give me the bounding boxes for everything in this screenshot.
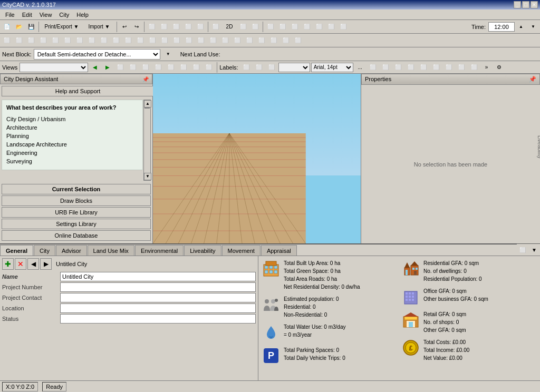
option-landscape[interactable]: Landscape Architecture bbox=[6, 140, 138, 149]
redo-button[interactable]: ↪ bbox=[131, 21, 142, 33]
lbl-btn5[interactable]: ⬜ bbox=[418, 62, 429, 73]
tool-o[interactable]: ⬜ bbox=[171, 35, 182, 46]
close-button[interactable]: ✕ bbox=[531, 1, 538, 8]
current-selection-btn[interactable]: Current Selection bbox=[2, 184, 151, 194]
scroll-up[interactable]: ▲ bbox=[144, 100, 151, 107]
labels-btn3[interactable]: ⬜ bbox=[266, 62, 277, 73]
gen-delete-btn[interactable]: ✕ bbox=[15, 258, 26, 270]
tool-u[interactable]: ⬜ bbox=[244, 35, 255, 46]
maximize-button[interactable]: □ bbox=[522, 1, 529, 8]
lbl-btn4[interactable]: ⬜ bbox=[405, 62, 417, 73]
minimize-button[interactable]: _ bbox=[514, 1, 521, 8]
tool13[interactable]: ⬜ bbox=[313, 21, 325, 33]
view-btn10[interactable]: ⬜ bbox=[203, 62, 215, 73]
tab-general[interactable]: General bbox=[0, 245, 33, 256]
undo-button[interactable]: ↩ bbox=[119, 21, 130, 33]
gen-prev-btn[interactable]: ◀ bbox=[27, 258, 39, 270]
option-architecture[interactable]: Architecture bbox=[6, 123, 138, 132]
tool15[interactable]: ⬜ bbox=[338, 21, 349, 33]
tool-n[interactable]: ⬜ bbox=[159, 35, 170, 46]
online-database-btn[interactable]: Online Database bbox=[2, 230, 151, 241]
tool6[interactable]: ⬜ bbox=[210, 21, 221, 33]
lbl-btn7[interactable]: ⬜ bbox=[443, 62, 455, 73]
view-btn9[interactable]: ⬜ bbox=[190, 62, 202, 73]
lbl-btn2[interactable]: ⬜ bbox=[380, 62, 391, 73]
bottom-expand[interactable]: ⬜ bbox=[517, 244, 528, 256]
tab-advisor[interactable]: Advisor bbox=[56, 245, 87, 256]
tool-l[interactable]: ⬜ bbox=[134, 35, 146, 46]
tool-x[interactable]: ⬜ bbox=[280, 35, 292, 46]
import-button[interactable]: Import ▼ bbox=[83, 21, 115, 33]
gen-next-btn[interactable]: ▶ bbox=[40, 258, 52, 270]
bottom-settings[interactable]: ▼ bbox=[528, 244, 540, 256]
menu-city[interactable]: City bbox=[56, 11, 72, 19]
tool2[interactable]: ⬜ bbox=[158, 21, 170, 33]
project-number-input[interactable] bbox=[60, 282, 256, 292]
tab-liveability[interactable]: Liveability bbox=[184, 245, 221, 256]
time-up[interactable]: ▲ bbox=[515, 21, 527, 33]
view-btn5[interactable]: ⬜ bbox=[140, 62, 151, 73]
menu-file[interactable]: File bbox=[2, 11, 18, 19]
new-button[interactable]: 📄 bbox=[1, 21, 13, 33]
labels-btn1[interactable]: ⬜ bbox=[240, 62, 252, 73]
tool11[interactable]: ⬜ bbox=[289, 21, 301, 33]
tool9[interactable]: ⬜ bbox=[265, 21, 276, 33]
option-surveying[interactable]: Surveying bbox=[6, 157, 138, 165]
view-btn3[interactable]: ⬜ bbox=[114, 62, 126, 73]
tool-m[interactable]: ⬜ bbox=[147, 35, 158, 46]
tool4[interactable]: ⬜ bbox=[182, 21, 194, 33]
status-input[interactable] bbox=[60, 314, 256, 324]
panel-pin[interactable]: 📌 bbox=[142, 76, 149, 82]
tool-r[interactable]: ⬜ bbox=[207, 35, 219, 46]
tool-p[interactable]: ⬜ bbox=[183, 35, 195, 46]
tool-i[interactable]: ⬜ bbox=[98, 35, 110, 46]
tool-y[interactable]: ⬜ bbox=[292, 35, 304, 46]
tool-k[interactable]: ⬜ bbox=[122, 35, 134, 46]
menu-edit[interactable]: Edit bbox=[19, 11, 35, 19]
print-export-button[interactable]: Print/Export ▼ bbox=[41, 21, 83, 33]
help-support-btn[interactable]: Help and Support bbox=[2, 86, 154, 96]
lbl-btn6[interactable]: ⬜ bbox=[430, 62, 442, 73]
view-btn2[interactable]: ▶ bbox=[102, 62, 113, 73]
lbl-btn8[interactable]: ⬜ bbox=[456, 62, 467, 73]
name-input[interactable] bbox=[60, 272, 256, 281]
tool8[interactable]: ⬜ bbox=[249, 21, 261, 33]
next-block-dropdown[interactable]: ▼ bbox=[162, 48, 174, 60]
lbl-btn1[interactable]: ⬜ bbox=[367, 62, 379, 73]
tool10[interactable]: ⬜ bbox=[277, 21, 288, 33]
tool14[interactable]: ⬜ bbox=[325, 21, 337, 33]
tool-q[interactable]: ⬜ bbox=[195, 35, 207, 46]
props-pin[interactable]: 📌 bbox=[529, 76, 536, 83]
tool-c[interactable]: ⬜ bbox=[25, 35, 37, 46]
tab-city[interactable]: City bbox=[34, 245, 55, 256]
tool-a[interactable]: ⬜ bbox=[1, 35, 13, 46]
tab-landusemix[interactable]: Land Use Mix bbox=[88, 245, 134, 256]
font-btn[interactable]: ... bbox=[354, 62, 366, 73]
urb-library-btn[interactable]: URB File Library bbox=[2, 207, 151, 218]
location-input[interactable] bbox=[60, 303, 256, 313]
tool-v[interactable]: ⬜ bbox=[256, 35, 267, 46]
tool-h[interactable]: ⬜ bbox=[86, 35, 98, 46]
view-btn8[interactable]: ⬜ bbox=[178, 62, 189, 73]
tab-environmental[interactable]: Environmental bbox=[135, 245, 184, 256]
tool12[interactable]: ⬜ bbox=[301, 21, 313, 33]
save-button[interactable]: 💾 bbox=[25, 21, 37, 33]
open-button[interactable]: 📂 bbox=[13, 21, 25, 33]
draw-blocks-btn[interactable]: Draw Blocks bbox=[2, 195, 151, 206]
tool-s[interactable]: ⬜ bbox=[219, 35, 231, 46]
project-contact-input[interactable] bbox=[60, 293, 256, 302]
font-select[interactable] bbox=[278, 63, 310, 72]
tool-d[interactable]: ⬜ bbox=[37, 35, 49, 46]
gen-add-btn[interactable]: ✚ bbox=[2, 258, 14, 270]
tab-movement[interactable]: Movement bbox=[222, 245, 261, 256]
tool5[interactable]: ⬜ bbox=[195, 21, 206, 33]
time-down[interactable]: ▼ bbox=[527, 21, 539, 33]
view-btn6[interactable]: ⬜ bbox=[152, 62, 164, 73]
scroll-down[interactable]: ▼ bbox=[144, 173, 151, 180]
tool7[interactable]: ⬜ bbox=[237, 21, 249, 33]
tab-appraisal[interactable]: Appraisal bbox=[261, 245, 297, 256]
settings-library-btn[interactable]: Settings Library bbox=[2, 219, 151, 229]
next-block-select[interactable]: Default Semi-detached or Detache... bbox=[34, 49, 160, 60]
tool-w[interactable]: ⬜ bbox=[268, 35, 279, 46]
view-btn1[interactable]: ◀ bbox=[89, 62, 101, 73]
